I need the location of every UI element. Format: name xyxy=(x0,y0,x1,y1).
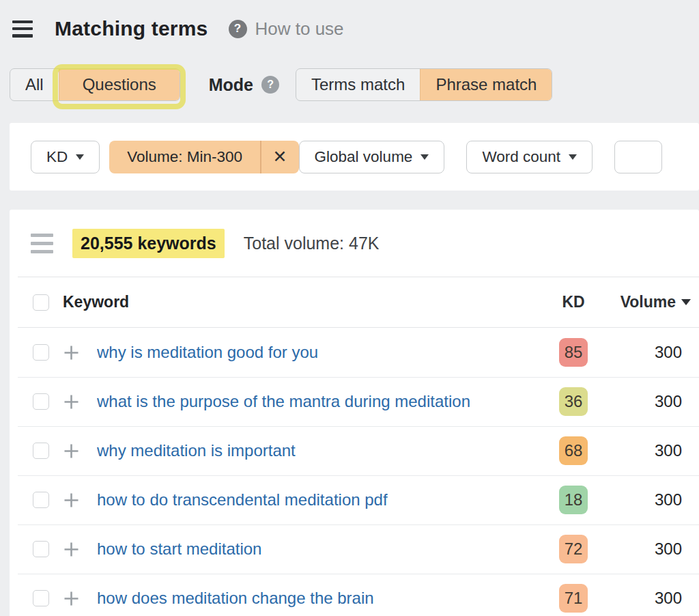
keyword-link[interactable]: why meditation is important xyxy=(97,441,296,460)
column-header-volume[interactable]: Volume xyxy=(588,293,699,311)
row-checkbox[interactable] xyxy=(33,492,49,508)
results-summary-row: 20,555 keywords Total volume: 47K xyxy=(10,210,699,277)
kd-badge: 72 xyxy=(559,535,588,563)
global-volume-label: Global volume xyxy=(315,148,413,166)
table-row: how to do transcendental meditation pdf … xyxy=(10,475,699,524)
kd-filter-button[interactable]: KD xyxy=(31,141,100,173)
keyword-type-segmented-control: All Questions xyxy=(10,68,180,101)
keyword-rows: why is meditation good for you 85 300 wh… xyxy=(10,328,699,616)
add-keyword-button[interactable] xyxy=(63,590,81,607)
table-row: how does meditation change the brain 71 … xyxy=(10,574,699,616)
kd-badge: 85 xyxy=(559,338,588,367)
kd-badge: 36 xyxy=(559,387,588,416)
add-keyword-button[interactable] xyxy=(63,443,81,460)
tabs-row: All Questions Mode ? Terms match Phrase … xyxy=(10,68,699,101)
chevron-down-icon xyxy=(569,154,577,160)
tab-questions[interactable]: Questions xyxy=(59,69,180,100)
results-panel: 20,555 keywords Total volume: 47K Keywor… xyxy=(10,210,699,616)
volume-value: 300 xyxy=(655,589,682,608)
plus-icon xyxy=(63,443,80,460)
table-row: what is the purpose of the mantra during… xyxy=(10,377,699,426)
keyword-link[interactable]: why is meditation good for you xyxy=(97,343,318,361)
add-keyword-button[interactable] xyxy=(63,492,81,509)
row-checkbox[interactable] xyxy=(33,344,49,361)
plus-icon xyxy=(63,492,80,509)
keyword-link[interactable]: what is the purpose of the mantra during… xyxy=(97,392,470,410)
sort-descending-icon xyxy=(681,299,691,305)
volume-value: 300 xyxy=(655,490,682,509)
mode-help-icon[interactable]: ? xyxy=(261,76,279,94)
close-icon[interactable]: ✕ xyxy=(261,141,299,173)
list-options-icon[interactable] xyxy=(31,234,53,253)
table-row: how to start meditation 72 300 xyxy=(10,524,699,574)
volume-value: 300 xyxy=(655,540,682,559)
hamburger-menu-icon[interactable] xyxy=(12,20,33,38)
kd-filter-label: KD xyxy=(46,148,68,166)
add-keyword-button[interactable] xyxy=(63,344,81,361)
plus-icon xyxy=(63,344,80,361)
tab-terms-match[interactable]: Terms match xyxy=(296,69,420,100)
select-all-checkbox[interactable] xyxy=(33,294,49,311)
chevron-down-icon xyxy=(420,154,429,160)
word-count-label: Word count xyxy=(482,148,560,166)
volume-value: 300 xyxy=(655,343,682,362)
tab-phrase-match[interactable]: Phrase match xyxy=(420,69,552,100)
tab-all[interactable]: All xyxy=(10,69,59,100)
table-row: why meditation is important 68 300 xyxy=(10,426,699,475)
clipped-filter-button[interactable] xyxy=(614,141,662,173)
plus-icon xyxy=(63,541,80,558)
plus-icon xyxy=(63,393,80,410)
help-icon[interactable]: ? xyxy=(229,20,247,38)
page-title: Matching terms xyxy=(55,17,208,40)
filter-bar: KD Volume: Min-300 ✕ Global volume Word … xyxy=(10,123,699,191)
column-header-kd[interactable]: KD xyxy=(562,293,584,311)
total-volume-text: Total volume: 47K xyxy=(244,234,380,253)
global-volume-filter-button[interactable]: Global volume xyxy=(299,141,445,173)
kd-badge: 71 xyxy=(559,584,588,613)
word-count-filter-button[interactable]: Word count xyxy=(466,141,593,173)
mode-segmented-control: Terms match Phrase match xyxy=(296,68,552,101)
row-checkbox[interactable] xyxy=(33,443,49,459)
keyword-link[interactable]: how does meditation change the brain xyxy=(97,589,374,607)
row-checkbox[interactable] xyxy=(33,393,49,410)
keyword-link[interactable]: how to do transcendental meditation pdf xyxy=(97,490,388,509)
row-checkbox[interactable] xyxy=(33,590,49,606)
add-keyword-button[interactable] xyxy=(63,393,81,410)
app-header: Matching terms ? How to use xyxy=(0,0,699,42)
volume-filter-chip[interactable]: Volume: Min-300 ✕ xyxy=(109,141,298,173)
volume-value: 300 xyxy=(655,392,682,411)
keyword-link[interactable]: how to start meditation xyxy=(97,540,261,558)
volume-filter-label: Volume: Min-300 xyxy=(109,141,260,173)
table-header-row: Keyword KD Volume xyxy=(10,277,699,327)
add-keyword-button[interactable] xyxy=(63,541,81,558)
chevron-down-icon xyxy=(76,154,84,160)
tab-questions-label: Questions xyxy=(83,75,156,94)
kd-badge: 18 xyxy=(559,486,588,514)
table-row: why is meditation good for you 85 300 xyxy=(10,328,699,377)
column-header-volume-label: Volume xyxy=(620,293,676,311)
kd-badge: 68 xyxy=(559,436,588,465)
row-checkbox[interactable] xyxy=(33,541,49,557)
volume-value: 300 xyxy=(655,441,682,460)
how-to-use-link[interactable]: How to use xyxy=(255,18,344,40)
mode-label: Mode xyxy=(209,75,253,95)
keywords-count-badge: 20,555 keywords xyxy=(72,229,225,258)
column-header-keyword[interactable]: Keyword xyxy=(63,293,129,311)
plus-icon xyxy=(63,590,80,607)
